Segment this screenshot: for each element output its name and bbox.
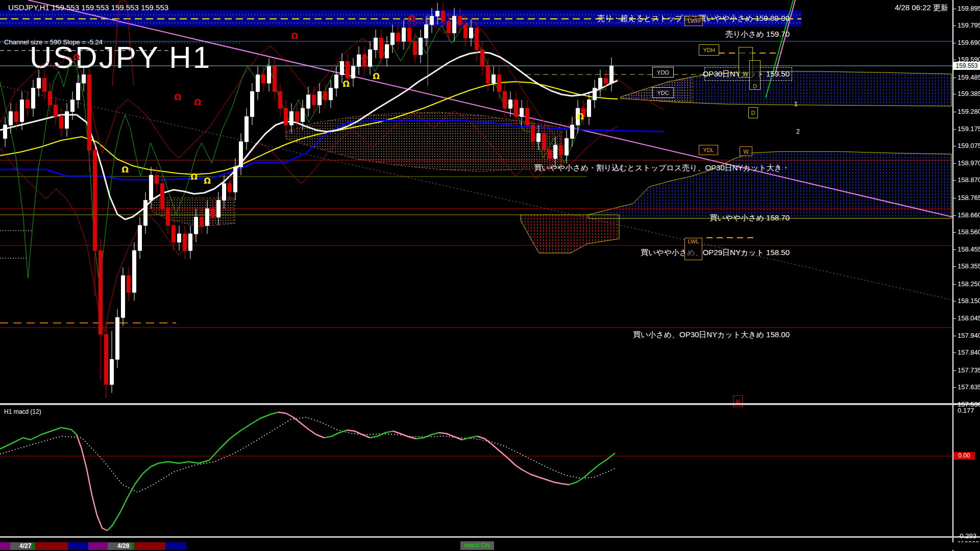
candle-body — [37, 78, 41, 88]
axis-tick — [952, 180, 956, 181]
candle-body — [397, 33, 400, 41]
candle-body — [296, 112, 299, 122]
axis-tick — [952, 284, 956, 285]
main-price-chart[interactable]: ΩΩΩΩΩΩΩΩΩΩΩ — [0, 0, 952, 405]
count-label: 1 — [794, 101, 798, 108]
candle-body — [105, 334, 108, 384]
axis-tick — [952, 60, 956, 60]
candle-body — [228, 184, 232, 192]
macd-toggle-button[interactable]: macd ON — [460, 541, 494, 550]
candle-body — [514, 100, 518, 117]
candle-body — [77, 83, 80, 100]
candle-body — [587, 100, 591, 117]
candle-body — [340, 61, 344, 74]
macd-main-line — [569, 453, 615, 485]
price-axis-label: 158.150 — [958, 297, 980, 305]
candle-body — [436, 11, 439, 16]
signal-marker: Ω — [73, 53, 80, 62]
candle-body — [324, 91, 327, 99]
candle-body — [9, 112, 13, 125]
signal-marker: Ω — [194, 97, 201, 107]
price-axis-label: 158.970 — [958, 159, 980, 167]
candle-body — [335, 75, 338, 88]
candle-body — [408, 28, 411, 41]
level-label-box-d: D — [749, 60, 761, 90]
last-updated-timestamp: 4/28 06:22 更新 — [895, 3, 948, 13]
candle-body — [318, 91, 322, 105]
candle-body — [380, 38, 383, 58]
candle-body — [206, 209, 209, 226]
axis-tick — [952, 78, 956, 78]
candle-body — [329, 88, 333, 100]
candle-body — [194, 217, 198, 234]
signal-marker: Ω — [577, 112, 584, 121]
candle-body — [307, 95, 310, 108]
candle-body — [15, 112, 18, 122]
candle-body — [110, 359, 114, 384]
current-price-tag: 159.553 — [953, 62, 980, 70]
signal-marker: Ω — [291, 31, 298, 41]
candle-body — [509, 100, 512, 108]
order-level-annotation: 買い小さめ、OP30日NYカット大きめ 158.00 — [633, 330, 790, 340]
candle-body — [183, 234, 187, 251]
candle-body — [223, 184, 226, 201]
candle-body — [442, 11, 445, 21]
candle-body — [4, 125, 7, 138]
candle-body — [503, 91, 507, 108]
price-axis-label: 159.690 — [958, 39, 980, 46]
candle-body — [492, 75, 496, 83]
candle-body — [178, 234, 181, 242]
timeline-date-label[interactable]: 4/28 — [117, 542, 129, 549]
macd-main-line — [393, 431, 416, 439]
candle-body — [565, 138, 569, 155]
candle-body — [301, 108, 305, 121]
macd-main-line — [416, 433, 439, 439]
candle-body — [43, 78, 46, 91]
candle-body — [610, 66, 614, 83]
candle-body — [352, 66, 355, 78]
candle-body — [239, 142, 243, 167]
axis-tick — [952, 198, 956, 198]
candle-body — [48, 91, 52, 105]
candle-body — [211, 209, 215, 217]
candle-body — [419, 38, 423, 55]
macd-splitter[interactable] — [0, 403, 980, 405]
candle-body — [189, 234, 192, 251]
timeline-date-label[interactable]: 4/27 — [19, 542, 31, 549]
level-label-box-lwl: LWL — [684, 238, 702, 260]
order-level-annotation: 買いやや小さめ、OP29日NYカット 158.50 — [641, 248, 790, 258]
price-axis-label: 159.795 — [958, 21, 980, 29]
price-axis-label: 157.840 — [958, 348, 980, 356]
signal-marker: Ω — [174, 92, 181, 102]
candle-body — [82, 75, 86, 83]
price-axis-label: 158.560 — [958, 228, 980, 236]
candle-body — [475, 28, 479, 50]
candle-body — [234, 167, 237, 192]
price-axis-label: 159.280 — [958, 108, 980, 115]
candle-body — [531, 125, 535, 142]
candle-body — [262, 75, 265, 83]
axis-tick — [952, 129, 956, 130]
candle-body — [464, 24, 468, 38]
macd-zero-tag: 0.00 — [953, 452, 975, 460]
level-label-box-ydl: YDL — [699, 145, 718, 155]
macd-subwindow[interactable] — [0, 406, 952, 536]
order-level-annotation: 買いやや小さめ 158.70 — [709, 213, 790, 223]
candle-body — [133, 251, 136, 292]
candle-body — [54, 105, 58, 117]
candle-body — [279, 91, 282, 108]
macd-main-line — [347, 430, 370, 438]
level-label-box-ydc: YDC — [652, 87, 674, 98]
price-axis-label: 157.940 — [958, 332, 980, 339]
macd-main-line — [439, 433, 462, 440]
level-label-box-ydo: YDO — [652, 67, 674, 78]
candle-body — [470, 28, 473, 38]
price-axis-label: 158.765 — [958, 194, 980, 202]
macd-main-line — [477, 436, 569, 485]
candle-body — [20, 100, 24, 122]
ichimoku-cloud — [521, 215, 619, 253]
axis-tick — [952, 112, 956, 112]
candle-body — [559, 145, 563, 155]
candle-body — [290, 112, 293, 125]
candle-body — [273, 66, 277, 91]
